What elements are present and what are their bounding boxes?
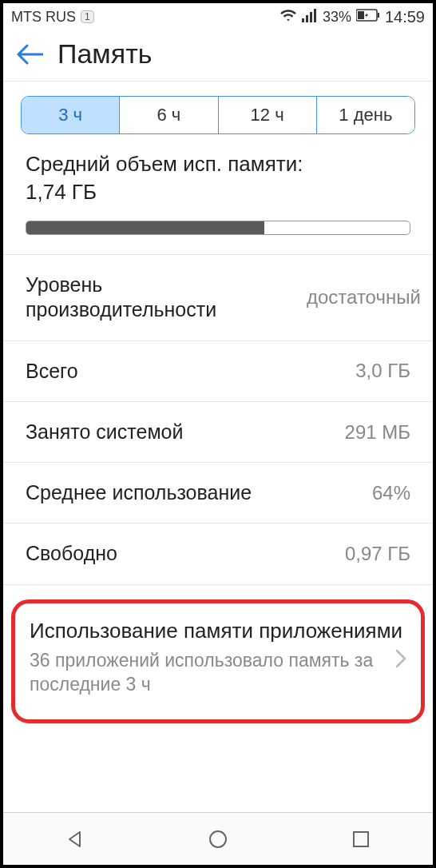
row-value: 3,0 ГБ <box>355 359 410 383</box>
svg-rect-3 <box>314 9 316 22</box>
svg-rect-6 <box>378 13 379 18</box>
row-value: 64% <box>372 481 410 505</box>
svg-rect-8 <box>354 832 368 846</box>
nav-back-button[interactable] <box>59 823 91 855</box>
nav-bar <box>3 812 433 865</box>
svg-rect-0 <box>302 18 304 22</box>
app-memory-usage-subtitle: 36 приложений использовало память за пос… <box>30 649 406 697</box>
page-header: Память <box>3 29 433 81</box>
app-memory-usage-row[interactable]: Использование памяти приложениями 36 при… <box>11 599 425 724</box>
svg-point-7 <box>210 831 226 847</box>
summary-value: 1,74 ГБ <box>26 180 97 204</box>
stats-list: Уровень производительности достаточный В… <box>3 254 433 585</box>
sim-badge: 1 <box>81 10 94 23</box>
row-system: Занято системой 291 МБ <box>3 401 433 462</box>
battery-percent: 33% <box>323 9 351 26</box>
segment-12h[interactable]: 12 ч <box>219 97 317 133</box>
memory-usage-bar-fill <box>26 221 264 234</box>
row-total: Всего 3,0 ГБ <box>3 340 433 401</box>
row-label: Занято системой <box>26 420 183 444</box>
summary-label: Средний объем исп. памяти: <box>26 152 303 176</box>
nav-recent-button[interactable] <box>345 823 377 855</box>
nav-home-button[interactable] <box>202 823 234 855</box>
segment-6h[interactable]: 6 ч <box>120 97 218 133</box>
app-memory-usage-title: Использование памяти приложениями <box>30 618 406 645</box>
row-label: Всего <box>26 359 78 384</box>
memory-summary: Средний объем исп. памяти: 1,74 ГБ <box>3 145 433 243</box>
svg-rect-2 <box>310 12 312 22</box>
wifi-icon <box>279 8 297 26</box>
row-label: Уровень производительности <box>26 273 287 323</box>
row-label: Свободно <box>26 541 117 566</box>
back-arrow-icon[interactable] <box>16 44 43 65</box>
page-title: Память <box>57 38 152 70</box>
clock: 14:59 <box>385 8 425 26</box>
signal-icon <box>302 8 318 26</box>
svg-rect-5 <box>358 11 364 19</box>
memory-usage-bar <box>26 221 410 235</box>
carrier-label: MTS RUS <box>11 9 76 26</box>
row-value: 0,97 ГБ <box>345 542 410 566</box>
row-label: Среднее использование <box>26 480 252 505</box>
row-value: 291 МБ <box>345 420 410 444</box>
row-free: Свободно 0,97 ГБ <box>3 523 433 584</box>
chevron-right-icon <box>395 648 406 674</box>
row-average: Среднее использование 64% <box>3 462 433 523</box>
svg-rect-1 <box>306 15 308 22</box>
segment-3h[interactable]: 3 ч <box>22 97 120 133</box>
row-value: достаточный <box>307 285 410 309</box>
row-performance: Уровень производительности достаточный <box>3 254 433 340</box>
battery-icon <box>356 9 380 26</box>
time-range-segment: 3 ч 6 ч 12 ч 1 день <box>21 96 415 134</box>
segment-1d[interactable]: 1 день <box>317 97 414 133</box>
status-bar: MTS RUS 1 33% 14:59 <box>3 3 433 29</box>
